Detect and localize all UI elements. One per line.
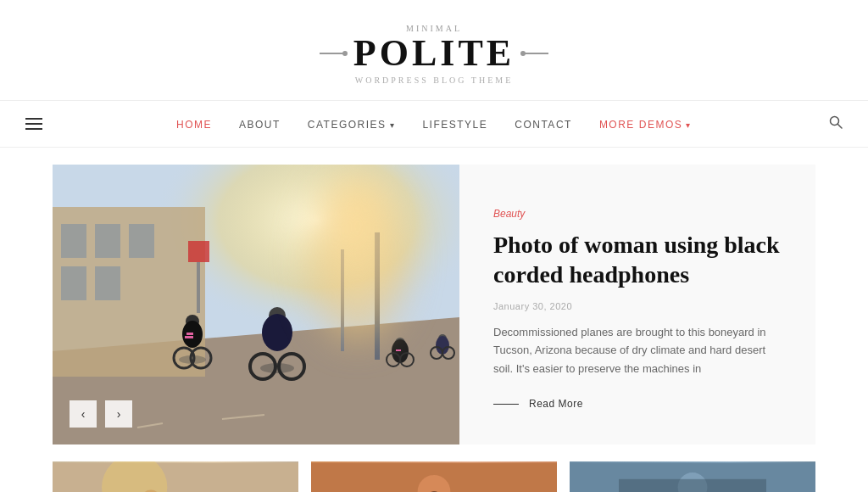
svg-rect-12 <box>341 249 344 351</box>
post-title: Photo of woman using black corded headph… <box>493 230 782 289</box>
nav-link-categories[interactable]: CATEGORIES <box>308 119 396 131</box>
nav-link-about[interactable]: ABOUT <box>239 119 281 131</box>
thumb-item-1[interactable] <box>53 461 298 492</box>
thumb-image-2 <box>311 461 557 492</box>
nav-link-home[interactable]: HOME <box>176 119 212 131</box>
hamburger-line-3 <box>25 128 42 130</box>
featured-image-wrap: ‹ › <box>53 165 459 444</box>
nav-link-more-demos[interactable]: MORE DEMOS <box>599 119 692 131</box>
thumb-item-2[interactable] <box>311 461 557 492</box>
read-more-line <box>493 404 519 405</box>
nav-item-categories[interactable]: CATEGORIES <box>308 116 396 131</box>
title-line-left <box>320 53 345 54</box>
nav-item-lifestyle[interactable]: LIFESTYLE <box>422 116 487 131</box>
svg-rect-29 <box>396 349 401 351</box>
main-nav: HOME ABOUT CATEGORIES LIFESTYLE CONTACT … <box>0 101 868 148</box>
svg-point-24 <box>262 314 292 351</box>
read-more-label: Read More <box>529 398 583 410</box>
svg-rect-50 <box>619 479 766 492</box>
hamburger-line-2 <box>25 123 42 125</box>
slider-prev-button[interactable]: ‹ <box>70 400 97 428</box>
site-title-decor: POLITE <box>17 35 851 72</box>
thumb-item-3[interactable] <box>570 461 815 492</box>
featured-content: Beauty Photo of woman using black corded… <box>459 165 815 444</box>
site-header: MINIMAL POLITE WORDPRESS BLOG THEME <box>0 0 868 101</box>
title-line-right <box>523 53 548 54</box>
featured-post: ‹ › Beauty Photo of woman using black co… <box>53 165 815 444</box>
post-excerpt: Decommissioned planes are brought to thi… <box>493 323 782 377</box>
svg-line-1 <box>838 125 843 129</box>
nav-item-more-demos[interactable]: MORE DEMOS <box>599 116 692 131</box>
post-date: January 30, 2020 <box>493 301 782 311</box>
nav-link-contact[interactable]: CONTACT <box>515 119 572 131</box>
svg-rect-13 <box>188 241 209 262</box>
svg-point-39 <box>102 461 167 492</box>
hamburger-menu[interactable] <box>25 118 42 130</box>
nav-item-about[interactable]: ABOUT <box>239 116 281 131</box>
nav-links: HOME ABOUT CATEGORIES LIFESTYLE CONTACT … <box>176 116 692 131</box>
nav-link-lifestyle[interactable]: LIFESTYLE <box>422 119 487 131</box>
post-category: Beauty <box>493 208 782 220</box>
bottom-grid <box>53 461 815 492</box>
nav-item-home[interactable]: HOME <box>176 116 212 131</box>
main-content: ‹ › Beauty Photo of woman using black co… <box>36 148 832 492</box>
slider-controls: ‹ › <box>70 400 132 428</box>
thumb-image-3 <box>570 461 815 492</box>
svg-rect-7 <box>95 224 120 258</box>
slider-next-button[interactable]: › <box>105 400 132 428</box>
svg-rect-9 <box>61 266 86 300</box>
svg-rect-6 <box>61 224 86 258</box>
search-icon[interactable] <box>829 115 843 132</box>
hamburger-line-1 <box>25 118 42 120</box>
read-more-link[interactable]: Read More <box>493 398 782 410</box>
svg-rect-19 <box>185 336 193 338</box>
svg-rect-18 <box>186 333 193 335</box>
site-tagline: WORDPRESS BLOG THEME <box>17 75 851 85</box>
svg-rect-8 <box>129 224 154 258</box>
thumb-image-1 <box>53 461 298 492</box>
svg-point-22 <box>260 363 294 373</box>
svg-rect-11 <box>375 232 380 360</box>
site-title: POLITE <box>353 35 515 72</box>
svg-rect-38 <box>53 463 298 493</box>
svg-rect-14 <box>197 262 200 313</box>
nav-item-contact[interactable]: CONTACT <box>515 116 572 131</box>
svg-rect-10 <box>95 266 120 300</box>
